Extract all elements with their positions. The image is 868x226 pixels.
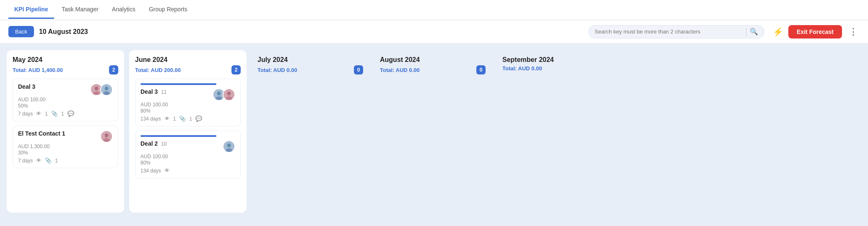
avatar bbox=[223, 140, 235, 153]
column-title: June 2024 bbox=[135, 56, 241, 64]
pipeline-column-september-2024: September 2024 Total: AUD 0.00 bbox=[496, 50, 614, 213]
deal-top: El Test Contact 1 bbox=[18, 130, 113, 143]
paperclip-icon: 📎 bbox=[179, 116, 186, 122]
column-total: Total: AUD 0.00 bbox=[257, 67, 297, 73]
avatar bbox=[223, 88, 235, 101]
deal-card-el-test-contact1[interactable]: El Test Contact 1 AUD 1,300.00 30% 7 day… bbox=[13, 126, 118, 168]
deal-progress-bar bbox=[140, 135, 216, 137]
chat-icon: 💬 bbox=[195, 116, 202, 122]
column-total-row: Total: AUD 1,400.00 2 bbox=[13, 65, 118, 74]
deal-card-deal3-may[interactable]: Deal 3 AUD 100.00 50% 7 bbox=[13, 79, 118, 121]
eye-icon: 👁 bbox=[36, 110, 42, 117]
deal-amount: AUD 100.00 bbox=[18, 97, 113, 103]
deal-percent: 80% bbox=[140, 108, 235, 114]
column-badge: 2 bbox=[231, 65, 241, 74]
eye-icon: 👁 bbox=[164, 167, 170, 174]
clip-count: 1 bbox=[55, 158, 58, 164]
column-total: Total: AUD 0.00 bbox=[502, 65, 542, 72]
deal-days: 7 days bbox=[18, 158, 33, 164]
filter-icon[interactable]: ⚡ bbox=[773, 27, 783, 37]
column-header: July 2024 Total: AUD 0.00 0 bbox=[257, 56, 363, 74]
deal-percent: 50% bbox=[18, 103, 113, 109]
column-total: Total: AUD 200.00 bbox=[135, 67, 181, 73]
tab-analytics[interactable]: Analytics bbox=[106, 1, 141, 19]
deal-name: El Test Contact 1 bbox=[18, 130, 65, 137]
svg-point-10 bbox=[217, 92, 221, 96]
svg-point-1 bbox=[95, 87, 99, 91]
eye-icon: 👁 bbox=[164, 116, 170, 122]
more-options-button[interactable]: ⋮ bbox=[847, 26, 860, 37]
deal-days: 134 days bbox=[140, 116, 161, 122]
column-total-row: Total: AUD 0.00 0 bbox=[257, 65, 363, 74]
tab-group-reports[interactable]: Group Reports bbox=[143, 1, 193, 19]
column-title: September 2024 bbox=[502, 56, 608, 64]
search-input[interactable] bbox=[595, 28, 743, 35]
column-badge: 0 bbox=[476, 65, 486, 74]
pipeline-column-june-2024: June 2024 Total: AUD 200.00 2 Deal 3 11 bbox=[129, 50, 247, 213]
pipeline-column-july-2024: July 2024 Total: AUD 0.00 0 bbox=[252, 50, 369, 213]
column-title: August 2024 bbox=[380, 56, 486, 64]
deal-avatars bbox=[100, 130, 113, 143]
deal-avatars bbox=[90, 83, 113, 96]
svg-point-13 bbox=[227, 92, 231, 96]
deal-amount: AUD 1,300.00 bbox=[18, 144, 113, 149]
tab-kpi-pipeline[interactable]: KPI Pipeline bbox=[8, 1, 54, 19]
deal-percent: 80% bbox=[140, 160, 235, 166]
eye-count: 1 bbox=[173, 116, 176, 122]
column-total: Total: AUD 1,400.00 bbox=[13, 67, 63, 73]
deal-avatars bbox=[223, 140, 235, 153]
deal-percent: 30% bbox=[18, 150, 113, 156]
column-header: May 2024 Total: AUD 1,400.00 2 bbox=[13, 56, 118, 74]
column-title: May 2024 bbox=[13, 56, 118, 64]
column-badge: 2 bbox=[109, 65, 118, 74]
tab-task-manager[interactable]: Task Manager bbox=[56, 1, 104, 19]
search-icon: 🔍 bbox=[750, 28, 758, 36]
deal-top: Deal 2 10 bbox=[140, 140, 235, 153]
column-header: August 2024 Total: AUD 0.00 0 bbox=[380, 56, 486, 74]
paperclip-icon: 📎 bbox=[51, 110, 58, 117]
search-divider bbox=[746, 28, 746, 36]
deal-days: 7 days bbox=[18, 111, 33, 117]
deal-meta: 134 days👁 bbox=[140, 167, 235, 174]
deal-card-deal3-june[interactable]: Deal 3 11 AUD 100.00 80% bbox=[135, 79, 241, 126]
search-wrapper: 🔍 bbox=[588, 25, 764, 39]
svg-point-16 bbox=[227, 144, 231, 148]
toolbar: Back 10 August 2023 🔍 ⚡ Exit Forecast ⋮ bbox=[0, 20, 868, 44]
eye-count: 1 bbox=[45, 111, 48, 117]
deal-top: Deal 3 bbox=[18, 83, 113, 96]
paperclip-icon: 📎 bbox=[45, 157, 52, 164]
top-navigation: KPI Pipeline Task Manager Analytics Grou… bbox=[0, 0, 868, 20]
deal-count: 11 bbox=[161, 89, 166, 95]
back-button[interactable]: Back bbox=[8, 26, 34, 37]
deal-avatars bbox=[213, 88, 235, 101]
exit-forecast-button[interactable]: Exit Forecast bbox=[788, 25, 842, 39]
avatar bbox=[100, 130, 113, 143]
column-total-row: Total: AUD 200.00 2 bbox=[135, 65, 241, 74]
deal-meta: 7 days👁1📎1💬 bbox=[18, 110, 113, 117]
column-total: Total: AUD 0.00 bbox=[380, 67, 420, 73]
toolbar-date: 10 August 2023 bbox=[39, 28, 583, 36]
column-header: September 2024 Total: AUD 0.00 bbox=[502, 56, 608, 72]
pipeline-area: May 2024 Total: AUD 1,400.00 2 Deal 3 bbox=[0, 44, 868, 219]
chat-icon: 💬 bbox=[68, 110, 74, 117]
column-header: June 2024 Total: AUD 200.00 2 bbox=[135, 56, 241, 74]
deal-meta: 7 days👁📎1 bbox=[18, 157, 113, 164]
svg-point-4 bbox=[105, 87, 109, 91]
deal-amount: AUD 100.00 bbox=[140, 154, 235, 159]
column-total-row: Total: AUD 0.00 0 bbox=[380, 65, 486, 74]
pipeline-column-august-2024: August 2024 Total: AUD 0.00 0 bbox=[374, 50, 491, 213]
deal-meta: 134 days👁1📎1💬 bbox=[140, 116, 235, 122]
deal-name: Deal 3 bbox=[18, 83, 35, 90]
column-total-row: Total: AUD 0.00 bbox=[502, 65, 608, 72]
deal-card-deal2-june[interactable]: Deal 2 10 AUD 100.00 80% 134 days👁 bbox=[135, 131, 241, 178]
avatar bbox=[100, 83, 113, 96]
column-title: July 2024 bbox=[257, 56, 363, 64]
deal-name: Deal 2 bbox=[140, 140, 158, 147]
deal-progress-bar bbox=[140, 83, 216, 85]
deal-count: 10 bbox=[161, 141, 166, 147]
clip-count: 1 bbox=[189, 116, 192, 122]
deal-days: 134 days bbox=[140, 168, 161, 174]
svg-point-7 bbox=[105, 134, 109, 138]
deal-top: Deal 3 11 bbox=[140, 88, 235, 101]
deal-name: Deal 3 bbox=[140, 88, 158, 95]
